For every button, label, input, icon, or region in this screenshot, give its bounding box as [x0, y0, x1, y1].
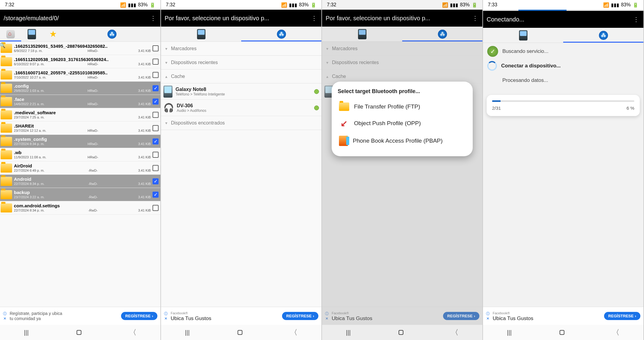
ad-banner[interactable]: ⓘ✕ Regístrate, participa y ubicatu comun…: [0, 307, 160, 325]
progress-card: 2/316 %: [487, 95, 640, 116]
ad-banner[interactable]: ⓘ✕ Facebook®Ubica Tus Gustos REGÍSTRESE …: [161, 307, 321, 325]
file-checkbox[interactable]: [153, 72, 159, 78]
ad-banner[interactable]: ⓘ✕ Facebook®Ubica Tus Gustos REGÍSTRESE …: [483, 307, 643, 325]
file-row[interactable]: .medieval_software23/7/2024 7:25 a. m.3.…: [0, 108, 160, 121]
overflow-menu[interactable]: ⋮: [632, 16, 640, 23]
file-row[interactable]: com.android.settings22/7/2024 8:34 p. m.…: [0, 201, 160, 215]
file-row[interactable]: .SHAREit23/7/2024 12:12 a. m.HRwD-3.41 K…: [0, 121, 160, 135]
page-title: Por favor, seleccione un dispositivo p..…: [165, 15, 310, 22]
file-row[interactable]: backup23/7/2024 3:22 a. m.-RwD-3.41 KiB: [0, 188, 160, 201]
file-name: .1662513529091_53495_-288766943265082..: [14, 44, 151, 49]
file-name: com.android.settings: [14, 203, 151, 209]
dialog-overlay[interactable]: Select target Bluetooth profile... File …: [322, 0, 482, 340]
file-row[interactable]: .1665160071402_205579_-22551010839585..7…: [0, 68, 160, 82]
file-size: 3.41 KiB: [130, 49, 151, 53]
page-title: Conectando...: [487, 16, 632, 23]
file-perm: HRwD-: [56, 62, 130, 66]
file-list[interactable]: .1662513529091_53495_-288766943265082..6…: [0, 42, 160, 307]
file-row[interactable]: .face14/6/2022 2:21 a. m.HRwD-3.41 KiB: [0, 95, 160, 108]
tab-device[interactable]: [161, 27, 241, 41]
pda-icon: [28, 29, 36, 39]
nav-home[interactable]: [238, 330, 242, 335]
file-checkbox[interactable]: [153, 45, 159, 51]
file-row[interactable]: .1665112020538_196203_317615630536924..6…: [0, 55, 160, 68]
ad-info-icon[interactable]: ⓘ✕: [486, 311, 490, 321]
connect-step: Conectar a dispositivo...: [483, 59, 643, 73]
signal-icon: ▮▮▮: [289, 2, 297, 8]
device-row[interactable]: DV-306Audio > Audífonos: [161, 100, 321, 116]
file-checkbox[interactable]: [153, 112, 159, 118]
nav-home[interactable]: [560, 330, 564, 335]
tab-device[interactable]: [21, 27, 42, 41]
section-recent[interactable]: ▾Dispositivos recientes: [161, 56, 321, 70]
nav-recents[interactable]: |||: [24, 329, 29, 336]
nav-back[interactable]: 〈: [612, 328, 619, 337]
status-time: 7:32: [166, 2, 175, 8]
file-row[interactable]: .config29/8/2022 1:03 a. m.HRwD-3.41 KiB: [0, 82, 160, 95]
nav-back[interactable]: 〈: [290, 328, 297, 337]
tab-home[interactable]: [0, 27, 21, 41]
star-icon: ★: [49, 29, 57, 39]
file-checkbox[interactable]: [153, 152, 159, 158]
profile-option[interactable]: Phone Book Access Profile (PBAP): [338, 132, 467, 150]
file-perm: -RwD-: [56, 209, 130, 212]
file-date: 22/7/2024 8:34 p. m.: [14, 209, 56, 212]
ad-info-icon[interactable]: ⓘ✕: [3, 311, 7, 321]
nav-recents[interactable]: |||: [507, 329, 512, 336]
file-row[interactable]: .system_config22/7/2024 8:34 p. m.HRwD-3…: [0, 135, 160, 148]
ad-cta-button[interactable]: REGÍSTRESE ›: [604, 312, 640, 320]
tab-favorites[interactable]: ★: [42, 27, 64, 41]
device-row[interactable]: Galaxy Note8Teléfono > Teléfono Intelige…: [161, 83, 321, 100]
file-size: 3.41 KiB: [130, 102, 151, 106]
profile-option[interactable]: Object Push Profile (OPP): [338, 115, 467, 132]
file-checkbox[interactable]: [153, 125, 159, 131]
file-checkbox[interactable]: [153, 165, 159, 171]
section-cache[interactable]: ▴Cache: [161, 70, 321, 83]
folder-icon: [1, 57, 12, 66]
section-bookmarks[interactable]: ▾Marcadores: [161, 42, 321, 56]
file-checkbox[interactable]: [153, 178, 159, 184]
device-sub: Teléfono > Teléfono Inteligente: [176, 92, 311, 96]
profile-option[interactable]: File Transfer Profile (FTP): [338, 99, 467, 115]
connect-panel: ✓Buscando servicio...Conectar a disposit…: [483, 43, 643, 307]
file-perm: HRwD-: [56, 142, 130, 146]
file-checkbox[interactable]: [153, 99, 159, 105]
file-checkbox[interactable]: [153, 138, 159, 144]
file-perm: HRwD-: [56, 76, 130, 79]
file-checkbox[interactable]: [153, 59, 159, 65]
step-label: Procesando datos...: [502, 77, 548, 83]
ad-info-icon[interactable]: ⓘ✕: [164, 311, 168, 321]
device-name: DV-306: [177, 103, 311, 108]
file-perm: HRwD-: [56, 102, 130, 106]
ad-text: Facebook®Ubica Tus Gustos: [171, 310, 279, 322]
nav-back[interactable]: 〈: [129, 328, 136, 337]
phone-2: 7:32 📶▮▮▮83%🔋 Por favor, seleccione un d…: [161, 0, 322, 340]
file-row[interactable]: Android22/7/2024 8:34 p. m.-RwD-3.41 KiB: [0, 175, 160, 188]
nav-recents[interactable]: |||: [185, 329, 190, 336]
nav-bar: ||| 〈: [0, 325, 160, 340]
tab-device[interactable]: [483, 28, 563, 43]
section-found[interactable]: ▾Dispositivos encontrados: [161, 116, 321, 130]
battery-pct: 83%: [621, 2, 631, 8]
file-checkbox[interactable]: [153, 205, 159, 211]
file-checkbox[interactable]: [153, 85, 159, 91]
file-checkbox[interactable]: [153, 192, 159, 198]
file-row[interactable]: .wb11/9/2023 11:08 a. m.HRwD-3.41 KiB: [0, 148, 160, 161]
nav-home[interactable]: [77, 330, 81, 335]
file-name: .medieval_software: [14, 110, 151, 115]
chevron-up-icon: ▴: [165, 74, 167, 79]
dialog-title: Select target Bluetooth profile...: [338, 88, 467, 95]
overflow-menu[interactable]: ⋮: [150, 15, 157, 22]
ad-cta-button[interactable]: REGÍSTRESE ›: [282, 312, 318, 320]
overflow-menu[interactable]: ⋮: [310, 15, 318, 22]
device-status-icon: [314, 105, 319, 110]
tab-bluetooth[interactable]: ⁂: [241, 27, 321, 41]
connect-step: ✓Buscando servicio...: [483, 44, 643, 59]
phone-icon: [163, 86, 172, 98]
tab-bluetooth[interactable]: ⁂: [563, 28, 643, 43]
tab-bluetooth[interactable]: ⁂: [64, 27, 160, 41]
ad-cta-button[interactable]: REGÍSTRESE ›: [121, 312, 157, 320]
file-row[interactable]: .1662513529091_53495_-288766943265082..6…: [0, 42, 160, 55]
file-row[interactable]: AirDroid22/7/2024 6:49 p. m.-RwD-3.41 Ki…: [0, 161, 160, 175]
folder-icon: [1, 110, 12, 119]
